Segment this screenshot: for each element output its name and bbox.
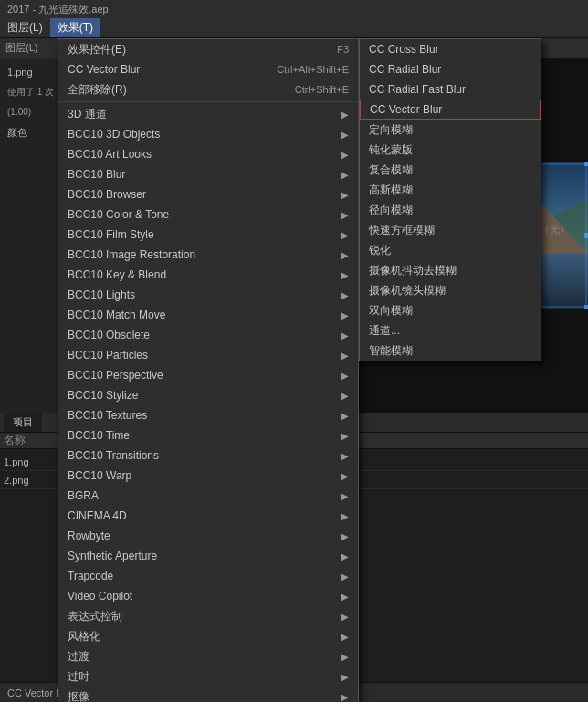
menu-bcc10-warp[interactable]: BCC10 Warp ▶ [58, 466, 358, 486]
submenu-cc-radial-blur[interactable]: CC Radial Blur [360, 59, 541, 79]
menu-bcc10-obsolete[interactable]: BCC10 Obsolete ▶ [58, 325, 358, 345]
menu-bcc10-blur[interactable]: BCC10 Blur ▶ [58, 164, 358, 184]
submenu-sharpen[interactable]: 锐化 [360, 240, 541, 260]
menu-bcc10-artlooks[interactable]: BCC10 Art Looks ▶ [58, 144, 358, 164]
menu-bcc10-browser[interactable]: BCC10 Browser ▶ [58, 184, 358, 204]
menu-bcc10-textures[interactable]: BCC10 Textures ▶ [58, 405, 358, 425]
submenu-bidirectional-blur[interactable]: 双向模糊 [360, 300, 541, 320]
menu-transition[interactable]: 过渡 ▶ [58, 646, 358, 666]
menu-cinema4d[interactable]: CINEMA 4D ▶ [58, 506, 358, 526]
submenu-fast-box-blur[interactable]: 快速方框模糊 [360, 220, 541, 240]
menu-bcc10-filmstyle[interactable]: BCC10 Film Style ▶ [58, 225, 358, 245]
menu-expression-control[interactable]: 表达式控制 ▶ [58, 606, 358, 626]
svg-rect-12 [584, 162, 588, 166]
menu-rowbyte[interactable]: Rowbyte ▶ [58, 526, 358, 546]
menu-keying[interactable]: 抠像 ▶ [58, 686, 358, 702]
submenu-camera-lens-blur[interactable]: 摄像机镜头模糊 [360, 280, 541, 300]
menu-bcc10-matchmove[interactable]: BCC10 Match Move ▶ [58, 305, 358, 325]
submenu-cc-vector-blur[interactable]: CC Vector Blur [360, 100, 541, 120]
menu-layer[interactable]: 图层(L) [0, 18, 50, 37]
menu-stylize[interactable]: 风格化 ▶ [58, 626, 358, 646]
submenu-cc-cross-blur[interactable]: CC Cross Blur [360, 39, 541, 59]
menu-bcc10-imagerestoration[interactable]: BCC10 Image Restoration ▶ [58, 245, 358, 265]
svg-rect-14 [584, 233, 588, 238]
submenu-unsharpen-mask[interactable]: 钝化蒙版 [360, 140, 541, 160]
menu-effects[interactable]: 效果(T) [50, 18, 100, 37]
menu-remove-all[interactable]: 全部移除(R) Ctrl+Shift+E [58, 79, 358, 100]
menu-3d-channel[interactable]: 3D 通道 ▶ [58, 104, 358, 124]
menu-bcc10-stylize[interactable]: BCC10 Stylize ▶ [58, 385, 358, 405]
submenu-radial-blur[interactable]: 径向模糊 [360, 200, 541, 220]
submenu-compound-blur[interactable]: 复合模糊 [360, 160, 541, 180]
menu-obsolete[interactable]: 过时 ▶ [58, 666, 358, 686]
menu-videocopilot[interactable]: Video Copilot ▶ [58, 586, 358, 606]
submenu-smart-blur[interactable]: 智能模糊 [360, 341, 541, 361]
submenu-gaussian-blur[interactable]: 高斯模糊 [360, 180, 541, 200]
title-text: 2017 - 九光追殊效.aep [7, 3, 109, 16]
menu-bcc10-time[interactable]: BCC10 Time ▶ [58, 425, 358, 445]
menu-bcc10-keyblend[interactable]: BCC10 Key & Blend ▶ [58, 265, 358, 285]
menu-bcc10-transitions[interactable]: BCC10 Transitions ▶ [58, 445, 358, 466]
submenu-cc-radial-fast-blur[interactable]: CC Radial Fast Blur [360, 79, 541, 100]
menu-cc-vector-blur-top[interactable]: CC Vector Blur Ctrl+Alt+Shift+E [58, 59, 358, 79]
menu-bcc10-particles[interactable]: BCC10 Particles ▶ [58, 345, 358, 365]
titlebar: 2017 - 九光追殊效.aep [0, 0, 588, 18]
svg-rect-17 [584, 305, 588, 309]
tab-project[interactable]: 项目 [4, 413, 43, 432]
menu-synthetic-aperture[interactable]: Synthetic Aperture ▶ [58, 546, 358, 566]
submenu-camera-shake-blur[interactable]: 摄像机抖动去模糊 [360, 260, 541, 280]
menu-trapcode[interactable]: Trapcode ▶ [58, 566, 358, 586]
menu-bgra[interactable]: BGRA ▶ [58, 486, 358, 506]
menu-bcc10-colortone[interactable]: BCC10 Color & Tone ▶ [58, 204, 358, 225]
menu-effect-controls[interactable]: 效果控件(E) F3 [58, 39, 358, 59]
menubar: 图层(L) 效果(T) [0, 18, 588, 38]
submenu-channel[interactable]: 通道... [360, 320, 541, 341]
effects-dropdown: 效果控件(E) F3 CC Vector Blur Ctrl+Alt+Shift… [58, 38, 359, 702]
menu-bcc10-perspective[interactable]: BCC10 Perspective ▶ [58, 365, 358, 385]
menu-bcc10-lights[interactable]: BCC10 Lights ▶ [58, 285, 358, 305]
cc-blur-submenu: CC Cross Blur CC Radial Blur CC Radial F… [359, 38, 541, 361]
menu-sep-1 [58, 101, 358, 102]
menu-bcc10-3dobjects[interactable]: BCC10 3D Objects ▶ [58, 124, 358, 144]
submenu-directional-blur[interactable]: 定向模糊 [360, 120, 541, 140]
